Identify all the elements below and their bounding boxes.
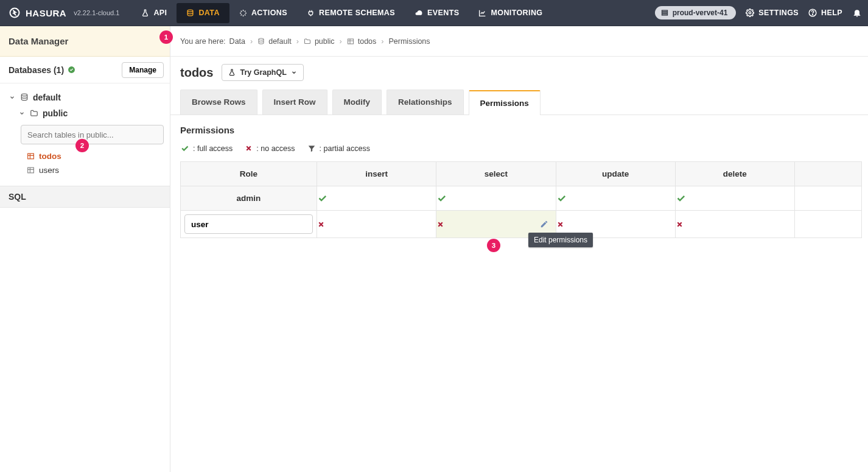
col-select: select	[436, 162, 556, 186]
legend-no: : no access	[256, 144, 295, 153]
brand-name: HASURA	[26, 8, 66, 18]
main-content: You are here: Data › default › public › …	[170, 26, 868, 472]
breadcrumb-table[interactable]: todos	[358, 37, 377, 46]
settings-link[interactable]: SETTINGS	[746, 9, 799, 17]
stack-icon	[661, 9, 668, 16]
sql-section[interactable]: SQL	[0, 186, 170, 208]
svg-point-7	[813, 14, 813, 15]
gear-icon	[746, 9, 754, 17]
databases-label: Databases (1)	[9, 65, 64, 75]
table-row: admin	[181, 186, 862, 211]
perm-cell[interactable]	[317, 211, 436, 238]
try-graphql-button[interactable]: Try GraphQL	[222, 64, 303, 81]
check-icon	[317, 193, 436, 203]
table-item-users[interactable]: users	[27, 163, 170, 177]
svg-rect-13	[348, 39, 353, 44]
table-search-input[interactable]	[21, 125, 164, 144]
tab-permissions[interactable]: Permissions	[469, 90, 541, 115]
settings-label: SETTINGS	[758, 9, 799, 17]
role-input[interactable]	[184, 214, 313, 234]
plug-icon	[307, 9, 315, 17]
hasura-logo-icon	[9, 7, 21, 19]
tabs: Browse Rows Insert Row Modify Relationsh…	[170, 86, 868, 115]
check-icon	[436, 193, 555, 203]
nav-data[interactable]: DATA	[177, 3, 229, 23]
folder-icon	[30, 109, 38, 118]
tree-database[interactable]: default	[6, 90, 164, 105]
breadcrumb-data[interactable]: Data	[229, 37, 245, 46]
nav-actions[interactable]: ACTIONS	[229, 3, 297, 23]
logo-block[interactable]: HASURA v2.22.1-cloud.1	[9, 7, 119, 19]
nav-actions-label: ACTIONS	[251, 9, 287, 17]
tab-browse-rows[interactable]: Browse Rows	[180, 90, 257, 114]
breadcrumb-schema[interactable]: public	[315, 37, 335, 46]
annotation-marker-3: 3	[487, 239, 500, 252]
role-admin: admin	[181, 186, 317, 211]
table-item-todos[interactable]: todos	[27, 149, 170, 163]
svg-rect-2	[662, 10, 667, 12]
pencil-icon[interactable]	[540, 220, 548, 228]
nav-remote-schemas[interactable]: REMOTE SCHEMAS	[297, 3, 405, 23]
project-selector[interactable]: proud-vervet-41	[655, 6, 737, 19]
chevron-right-icon: ›	[295, 37, 300, 46]
perm-cell[interactable]	[436, 186, 556, 211]
folder-icon	[304, 38, 311, 45]
table-list: todos users	[0, 149, 170, 177]
tree-schema[interactable]: public	[6, 105, 164, 121]
nav-api-label: API	[153, 9, 167, 17]
manage-button[interactable]: Manage	[122, 62, 164, 78]
col-delete: delete	[675, 162, 794, 186]
filter-icon	[307, 144, 316, 153]
x-icon	[317, 220, 436, 228]
tab-modify[interactable]: Modify	[332, 90, 382, 114]
chevron-down-icon	[9, 94, 16, 101]
database-icon	[257, 38, 265, 45]
table-row	[181, 211, 862, 238]
chevron-down-icon	[18, 110, 26, 117]
table-name: users	[39, 166, 59, 175]
x-icon	[676, 220, 794, 228]
perm-cell[interactable]	[556, 186, 675, 211]
cloud-icon	[415, 9, 423, 17]
nav-api[interactable]: API	[131, 3, 177, 23]
permissions-table: Role insert select update delete admin	[180, 161, 862, 238]
nav-events-label: EVENTS	[427, 9, 459, 17]
notifications-icon[interactable]	[852, 8, 862, 18]
check-icon	[676, 193, 794, 203]
check-circle-icon	[68, 66, 75, 74]
database-icon	[186, 9, 194, 17]
tab-relationships[interactable]: Relationships	[387, 90, 464, 114]
svg-rect-11	[28, 167, 34, 173]
perm-cell[interactable]	[675, 211, 794, 238]
perm-cell[interactable]	[317, 186, 436, 211]
help-link[interactable]: HELP	[808, 9, 842, 17]
top-nav: HASURA v2.22.1-cloud.1 API DATA ACTIONS …	[0, 0, 868, 26]
tab-insert-row[interactable]: Insert Row	[262, 90, 327, 114]
col-role: Role	[181, 162, 317, 186]
actions-icon	[239, 9, 247, 17]
chevron-down-icon	[291, 69, 297, 76]
x-icon	[556, 220, 675, 228]
breadcrumb-db[interactable]: default	[268, 37, 292, 46]
help-icon	[808, 9, 817, 17]
edit-permissions-tooltip: Edit permissions	[528, 233, 593, 247]
svg-point-9	[21, 94, 27, 96]
table-name: todos	[39, 152, 61, 161]
try-graphql-label: Try GraphQL	[240, 68, 286, 77]
svg-point-1	[188, 10, 194, 12]
nav-events[interactable]: EVENTS	[405, 3, 469, 23]
permissions-legend: : full access : no access : partial acce…	[180, 144, 858, 153]
table-icon	[347, 38, 354, 45]
col-actions	[795, 162, 862, 186]
perm-cell[interactable]	[675, 186, 794, 211]
svg-point-12	[259, 38, 264, 40]
nav-monitoring[interactable]: MONITORING	[469, 3, 552, 23]
database-name: default	[33, 93, 61, 102]
x-icon	[245, 144, 253, 152]
nav-remote-label: REMOTE SCHEMAS	[319, 9, 395, 17]
chevron-right-icon: ›	[338, 37, 343, 46]
col-insert: insert	[317, 162, 436, 186]
table-icon	[27, 166, 35, 174]
brand-version: v2.22.1-cloud.1	[74, 9, 119, 16]
breadcrumb-prefix: You are here:	[180, 37, 226, 46]
